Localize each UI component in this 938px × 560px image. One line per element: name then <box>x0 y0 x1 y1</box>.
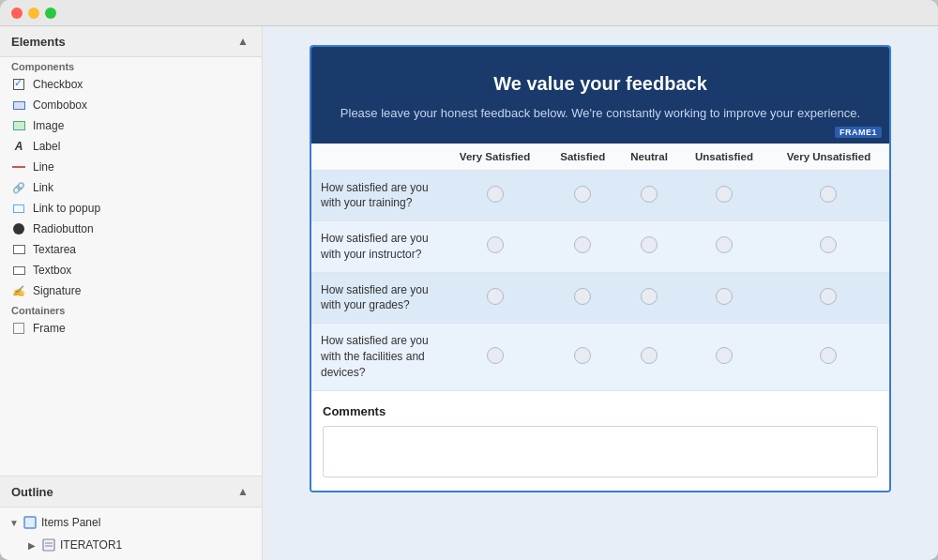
col-very-unsatisfied: Very Unsatisfied <box>768 144 889 171</box>
radio-facilities-unsatisfied[interactable] <box>680 324 768 390</box>
containers-category: Containers <box>0 301 260 318</box>
outline-header: Outline ▲ <box>0 477 262 507</box>
radio-instructor-neutral[interactable] <box>618 221 680 273</box>
form-header: We value your feedback Please leave your… <box>311 47 889 144</box>
textbox-icon <box>11 263 26 278</box>
iterator1-arrow: ▶ <box>28 540 38 551</box>
frame-badge: FRAME1 <box>835 127 882 138</box>
element-frame[interactable]: Frame <box>0 318 260 339</box>
form-header-title: We value your feedback <box>330 73 870 95</box>
radio-training-unsatisfied[interactable] <box>680 170 768 221</box>
element-line-label: Line <box>33 160 54 174</box>
label-icon: A <box>11 139 26 154</box>
outline-collapse-icon[interactable]: ▲ <box>235 484 250 499</box>
radio-training-very-unsatisfied[interactable] <box>768 170 889 221</box>
col-neutral: Neutral <box>618 144 680 171</box>
radio-facilities-neutral[interactable] <box>618 324 680 390</box>
col-very-satisfied: Very Satisfied <box>443 144 547 171</box>
left-panel: Elements ▲ Components Checkbox Combobox <box>0 26 263 560</box>
element-image-label: Image <box>33 119 64 132</box>
combobox-icon <box>11 98 26 113</box>
close-dot[interactable] <box>11 8 23 19</box>
element-combobox[interactable]: Combobox <box>0 95 260 115</box>
comments-section: Comments <box>311 391 889 491</box>
survey-row-grades: How satisfied are you with your grades? <box>311 272 889 324</box>
question-instructor: How satisfied are you with your instruct… <box>311 221 443 273</box>
radio-grades-very-satisfied[interactable] <box>443 272 547 324</box>
col-question <box>311 144 443 171</box>
element-line[interactable]: Line <box>0 157 260 177</box>
right-content: We value your feedback Please leave your… <box>263 26 938 560</box>
elements-list-area: Components Checkbox Combobox Image <box>0 57 262 476</box>
radio-training-neutral[interactable] <box>618 170 680 221</box>
form-header-subtitle: Please leave your honest feedback below.… <box>330 104 870 123</box>
radio-facilities-satisfied[interactable] <box>547 324 618 390</box>
element-textarea[interactable]: Textarea <box>0 239 260 260</box>
element-signature[interactable]: ✍ Signature <box>0 280 260 301</box>
svg-rect-0 <box>24 517 36 528</box>
element-radiobutton[interactable]: Radiobutton <box>0 219 260 239</box>
titlebar <box>0 0 938 26</box>
image-icon <box>11 118 26 133</box>
radio-facilities-very-unsatisfied[interactable] <box>768 324 889 390</box>
elements-collapse-icon[interactable]: ▲ <box>235 34 250 49</box>
items-panel-icon <box>23 515 38 530</box>
checkbox-icon <box>11 77 26 92</box>
radio-training-satisfied[interactable] <box>547 170 618 221</box>
elements-header-label: Elements <box>11 35 66 49</box>
radio-grades-unsatisfied[interactable] <box>680 272 768 324</box>
radio-grades-very-unsatisfied[interactable] <box>768 272 889 324</box>
outline-iterator1[interactable]: ▶ ITERATOR1 <box>0 534 262 556</box>
svg-rect-1 <box>43 539 54 551</box>
radio-instructor-satisfied[interactable] <box>547 221 618 273</box>
element-textbox-label: Textbox <box>33 264 71 277</box>
outline-items-panel[interactable]: ▼ Items Panel <box>0 511 262 534</box>
survey-row-facilities: How satisfied are you with the facilitie… <box>311 324 889 390</box>
element-linktopopup[interactable]: Link to popup <box>0 198 260 219</box>
element-radiobutton-label: Radiobutton <box>33 222 94 235</box>
element-checkbox-label: Checkbox <box>33 78 83 91</box>
radio-facilities-very-satisfied[interactable] <box>443 324 547 390</box>
survey-table: Very Satisfied Satisfied Neutral Unsatis… <box>311 144 889 391</box>
radiobutton-icon <box>11 221 26 236</box>
radio-grades-neutral[interactable] <box>618 272 680 324</box>
radio-grades-satisfied[interactable] <box>547 272 618 324</box>
main-window: Elements ▲ Components Checkbox Combobox <box>0 0 938 560</box>
element-label[interactable]: A Label <box>0 136 260 157</box>
question-grades: How satisfied are you with your grades? <box>311 272 443 324</box>
survey-row-training: How satisfied are you with your training… <box>311 170 889 221</box>
col-unsatisfied: Unsatisfied <box>680 144 768 171</box>
window-body: Elements ▲ Components Checkbox Combobox <box>0 26 938 560</box>
question-training: How satisfied are you with your training… <box>311 170 443 221</box>
comments-label: Comments <box>323 404 878 418</box>
element-image[interactable]: Image <box>0 115 260 136</box>
element-textbox[interactable]: Textbox <box>0 260 260 280</box>
survey-table-container: Very Satisfied Satisfied Neutral Unsatis… <box>311 144 889 391</box>
link-icon: 🔗 <box>11 180 26 195</box>
element-textarea-label: Textarea <box>33 243 76 256</box>
form-container: We value your feedback Please leave your… <box>310 45 891 492</box>
element-checkbox[interactable]: Checkbox <box>0 74 260 95</box>
line-icon <box>11 159 26 174</box>
col-satisfied: Satisfied <box>547 144 618 171</box>
outline-header-label: Outline <box>11 485 53 499</box>
elements-list: Components Checkbox Combobox Image <box>0 57 262 476</box>
element-linktopopup-label: Link to popup <box>33 202 100 215</box>
radio-training-very-satisfied[interactable] <box>443 170 547 221</box>
radio-instructor-unsatisfied[interactable] <box>680 221 768 273</box>
maximize-dot[interactable] <box>45 8 56 19</box>
minimize-dot[interactable] <box>28 8 39 19</box>
comments-textarea[interactable] <box>323 426 878 477</box>
items-panel-label: Items Panel <box>41 516 100 529</box>
element-combobox-label: Combobox <box>33 98 87 112</box>
outline-section: Outline ▲ ▼ Items Panel ▶ <box>0 476 262 560</box>
element-link-label: Link <box>33 181 53 194</box>
radio-instructor-very-unsatisfied[interactable] <box>768 221 889 273</box>
items-panel-arrow: ▼ <box>9 518 19 528</box>
iterator1-icon <box>41 537 56 552</box>
elements-section: Elements ▲ Components Checkbox Combobox <box>0 26 262 476</box>
textarea-icon <box>11 242 26 257</box>
element-link[interactable]: 🔗 Link <box>0 177 260 198</box>
iterator1-label: ITERATOR1 <box>60 538 122 552</box>
radio-instructor-very-satisfied[interactable] <box>443 221 547 273</box>
